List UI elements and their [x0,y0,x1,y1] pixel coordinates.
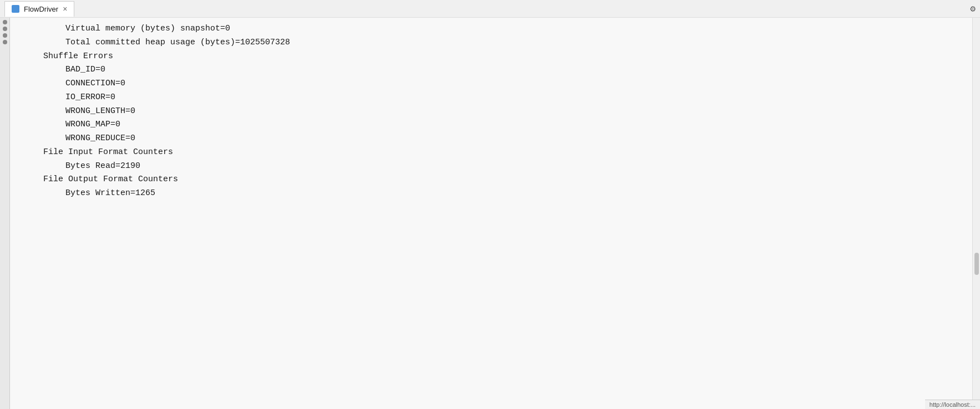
tab-label: FlowDriver [24,5,58,13]
list-item: Shuffle Errors [21,50,972,64]
left-sidebar [0,18,10,409]
title-bar-left: FlowDriver × [4,1,74,17]
list-item: WRONG_REDUCE=0 [21,132,972,146]
title-bar: FlowDriver × ⚙ [0,0,980,18]
list-item: File Input Format Counters [21,146,972,160]
list-item: File Output Format Counters [21,173,972,187]
list-item: WRONG_LENGTH=0 [21,105,972,119]
content-area: Virtual memory (bytes) snapshot=0 Total … [10,18,972,409]
list-item: CONNECTION=0 [21,77,972,91]
settings-icon[interactable]: ⚙ [970,3,976,14]
list-item: IO_ERROR=0 [21,91,972,105]
main-area: Virtual memory (bytes) snapshot=0 Total … [0,18,980,409]
tab-icon [12,5,19,13]
tab[interactable]: FlowDriver × [4,1,74,17]
status-bar: http://localhost:... [925,400,980,409]
sidebar-marker-3 [3,33,7,38]
sidebar-marker-4 [3,40,7,44]
tab-close-button[interactable]: × [63,5,67,13]
list-item: BAD_ID=0 [21,63,972,77]
list-item: WRONG_MAP=0 [21,118,972,132]
list-item: Bytes Read=2190 [21,160,972,173]
scrollbar-thumb[interactable] [974,253,979,275]
sidebar-marker-1 [3,20,7,24]
list-item: Virtual memory (bytes) snapshot=0 [21,22,972,36]
scrollbar[interactable] [972,18,980,409]
list-item: Total committed heap usage (bytes)=10255… [21,36,972,50]
status-text: http://localhost:... [930,401,976,408]
list-item: Bytes Written=1265 [21,187,972,201]
sidebar-marker-2 [3,27,7,31]
